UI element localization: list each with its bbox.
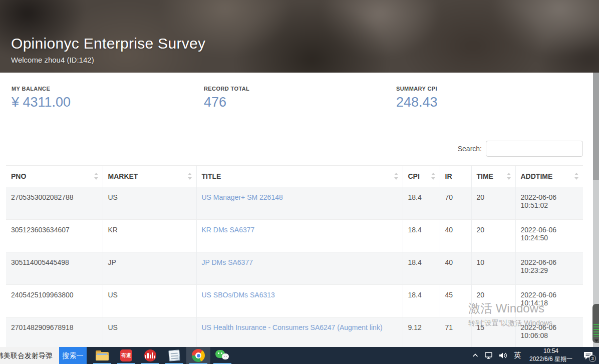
- survey-title-link[interactable]: KR DMs SA6377: [202, 226, 255, 234]
- scrollbar-thumb[interactable]: [593, 73, 599, 180]
- cell-addtime: 2022-06-06 10:24:50: [515, 220, 583, 252]
- cell-title: JP DMs SA6377: [196, 252, 403, 285]
- table-row: 305114005445498 JP JP DMs SA6377 18.4 40…: [6, 252, 583, 285]
- network-icon[interactable]: [482, 347, 496, 364]
- survey-table: PNO MARKET TITLE CPI IR TIME ADDTIME 270…: [6, 165, 583, 350]
- action-center-icon[interactable]: 3: [577, 347, 599, 364]
- cell-addtime: 2022-06-06 10:06:08: [515, 317, 583, 350]
- table-header-row: PNO MARKET TITLE CPI IR TIME ADDTIME: [6, 166, 583, 187]
- column-label: PNO: [11, 172, 26, 180]
- wechat-icon: [215, 349, 229, 361]
- cell-cpi: 18.4: [403, 252, 440, 285]
- column-header-title[interactable]: TITLE: [196, 166, 403, 187]
- table-row: 305123603634607 KR KR DMs SA6377 18.4 40…: [6, 220, 583, 252]
- column-header-cpi[interactable]: CPI: [403, 166, 440, 187]
- cell-pno: 2405425109963800: [6, 285, 103, 317]
- sort-icon: [506, 172, 511, 180]
- cell-pno: 2705353002082788: [6, 187, 103, 220]
- arrow-down-icon: [594, 339, 598, 342]
- cell-time: 15: [471, 317, 515, 350]
- cell-cpi: 9.12: [403, 317, 440, 350]
- taskbar-search-box[interactable]: 韩美联合发射导弹: [0, 347, 59, 364]
- volume-icon[interactable]: [496, 347, 510, 364]
- column-header-pno[interactable]: PNO: [6, 166, 103, 187]
- taskbar-item-music-app[interactable]: [138, 347, 162, 364]
- cell-market: US: [103, 317, 196, 350]
- cell-time: 20: [471, 220, 515, 252]
- survey-title-link[interactable]: US Manager+ SM 226148: [202, 193, 283, 201]
- column-header-time[interactable]: TIME: [471, 166, 515, 187]
- column-header-ir[interactable]: IR: [440, 166, 471, 187]
- table-row: 2405425109963800 US US SBOs/DMs SA6313 1…: [6, 285, 583, 317]
- taskbar-item-notepad[interactable]: [162, 347, 186, 364]
- stat-value: ¥ 4311.00: [12, 95, 198, 110]
- clock-time: 10:54: [529, 347, 572, 355]
- taskbar-search-button[interactable]: 搜索一下: [59, 347, 87, 364]
- column-label: CPI: [408, 172, 420, 180]
- taskbar-item-file-explorer[interactable]: [90, 347, 114, 364]
- taskbar-clock[interactable]: 10:54 2022/6/6 星期一: [525, 347, 577, 364]
- download-manager-handle[interactable]: [592, 304, 599, 343]
- cell-addtime: 2022-06-06 10:23:29: [515, 252, 583, 285]
- cell-ir: 70: [440, 187, 471, 220]
- column-label: IR: [445, 172, 452, 180]
- sort-icon: [94, 172, 99, 180]
- column-header-market[interactable]: MARKET: [103, 166, 196, 187]
- cell-addtime: 2022-06-06 10:14:18: [515, 285, 583, 317]
- sort-icon: [431, 172, 436, 180]
- cell-addtime: 2022-06-06 10:51:02: [515, 187, 583, 220]
- taskbar-item-youdao[interactable]: 有道: [114, 347, 138, 364]
- cell-time: 10: [471, 252, 515, 285]
- tray-chevron-up-icon[interactable]: [469, 347, 482, 364]
- hero-banner: Opinionyc Enterprise Survey Welcome zhou…: [0, 0, 599, 73]
- column-label: TIME: [477, 172, 493, 180]
- cell-pno: 2701482909678918: [6, 317, 103, 350]
- notification-badge: 3: [589, 355, 596, 362]
- search-input[interactable]: [486, 141, 583, 157]
- input-language-indicator[interactable]: 英: [510, 347, 525, 364]
- taskbar-item-chrome[interactable]: [186, 347, 210, 364]
- youdao-icon: 有道: [120, 349, 132, 361]
- stat-my-balance: MY BALANCE ¥ 4311.00: [6, 86, 198, 110]
- cell-ir: 40: [440, 252, 471, 285]
- cell-title: US Health Insurance - Consumers SA6247 (…: [196, 317, 403, 350]
- cell-market: US: [103, 285, 196, 317]
- search-label: Search:: [458, 145, 482, 153]
- column-label: ADDTIME: [521, 172, 553, 180]
- cell-cpi: 18.4: [403, 285, 440, 317]
- survey-title-link[interactable]: JP DMs SA6377: [202, 258, 253, 266]
- stats-row: MY BALANCE ¥ 4311.00 RECORD TOTAL 476 SU…: [6, 86, 583, 110]
- stat-record-total: RECORD TOTAL 476: [198, 86, 391, 110]
- file-explorer-icon: [96, 350, 109, 360]
- column-label: TITLE: [202, 172, 221, 180]
- table-search: Search:: [458, 141, 583, 157]
- survey-title-link[interactable]: US SBOs/DMs SA6313: [202, 291, 275, 299]
- stat-value: 476: [204, 95, 391, 110]
- welcome-text: Welcome zhou4 (ID:142): [11, 56, 205, 64]
- stat-label: MY BALANCE: [12, 86, 198, 92]
- cell-market: JP: [103, 252, 196, 285]
- cell-title: KR DMs SA6377: [196, 220, 403, 252]
- clock-date: 2022/6/6 星期一: [529, 355, 572, 363]
- table-row: 2705353002082788 US US Manager+ SM 22614…: [6, 187, 583, 220]
- taskbar-item-wechat[interactable]: [210, 347, 234, 364]
- system-tray: 英 10:54 2022/6/6 星期一 3: [469, 347, 599, 364]
- windows-taskbar: 韩美联合发射导弹 搜索一下 有道: [0, 347, 599, 364]
- stat-label: RECORD TOTAL: [204, 86, 391, 92]
- sort-icon: [187, 172, 192, 180]
- sort-icon: [394, 172, 399, 180]
- music-app-icon: [144, 349, 156, 361]
- cell-cpi: 18.4: [403, 187, 440, 220]
- cell-pno: 305123603634607: [6, 220, 103, 252]
- cell-pno: 305114005445498: [6, 252, 103, 285]
- stat-label: SUMMARY CPI: [396, 86, 583, 92]
- cell-title: US SBOs/DMs SA6313: [196, 285, 403, 317]
- cell-cpi: 18.4: [403, 220, 440, 252]
- survey-title-link[interactable]: US Health Insurance - Consumers SA6247 (…: [202, 323, 383, 331]
- cell-time: 20: [471, 285, 515, 317]
- column-header-addtime[interactable]: ADDTIME: [515, 166, 583, 187]
- taskbar-app-icons: 有道: [90, 347, 234, 364]
- cell-ir: 45: [440, 285, 471, 317]
- screen: Opinionyc Enterprise Survey Welcome zhou…: [0, 0, 599, 364]
- table-row: 2701482909678918 US US Health Insurance …: [6, 317, 583, 350]
